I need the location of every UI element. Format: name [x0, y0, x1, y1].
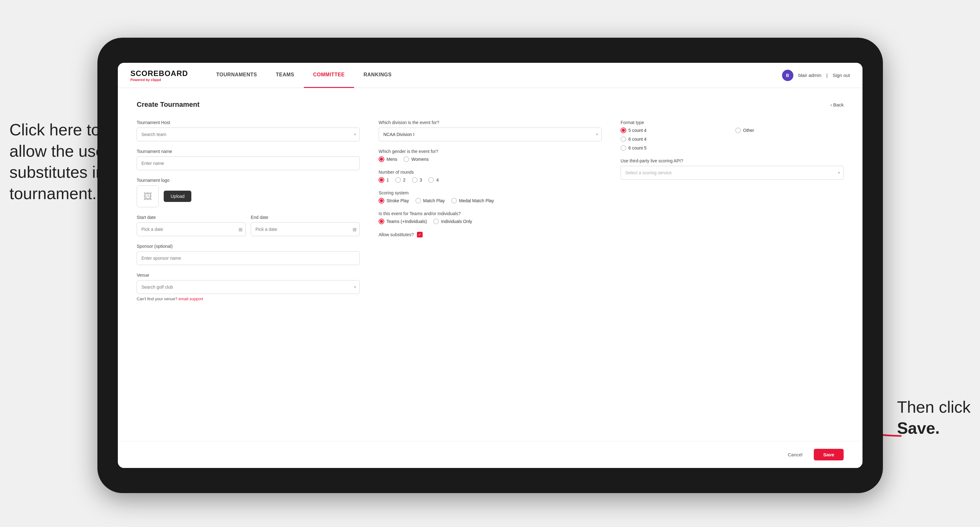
event-individuals[interactable]: Individuals Only	[433, 219, 472, 224]
substitutes-checkbox[interactable]: ✓	[417, 232, 423, 237]
annotation-right-line2: Save.	[897, 419, 940, 437]
start-date-wrapper: ▦	[137, 222, 246, 236]
gender-radio-group: Mens Womens	[379, 156, 602, 162]
page-title: Create Tournament	[137, 100, 199, 109]
cancel-button[interactable]: Cancel	[781, 449, 809, 460]
radio-stroke-indicator	[379, 198, 384, 203]
nav-username: blair admin	[799, 73, 821, 78]
venue-email-link[interactable]: email support	[178, 297, 203, 301]
format-options-grid: 5 count 4 Other 6 count 4	[620, 127, 844, 151]
radio-individuals-indicator	[433, 219, 439, 224]
substitutes-group: Allow substitutes? ✓	[379, 232, 602, 237]
rounds-4[interactable]: 4	[428, 177, 439, 183]
radio-teams-indicator	[379, 219, 384, 224]
start-date-group: Start date ▦	[137, 215, 246, 236]
sponsor-label: Sponsor (optional)	[137, 244, 360, 249]
form-col-1: Tournament Host ▾ Tournament name	[137, 120, 360, 309]
radio-womens-indicator	[403, 156, 409, 162]
sponsor-input[interactable]	[137, 251, 360, 265]
nav-tournaments[interactable]: TOURNAMENTS	[207, 63, 266, 88]
radio-5count4-indicator	[620, 127, 626, 133]
venue-group: Venue ▾ Can't find your venue? email sup…	[137, 273, 360, 301]
event-teams[interactable]: Teams (+Individuals)	[379, 219, 427, 224]
start-date-input[interactable]	[137, 222, 246, 236]
annotation-right: Then click Save.	[897, 397, 970, 439]
radio-match-indicator	[415, 198, 421, 203]
annotation-left-line4: tournament.	[10, 184, 97, 203]
division-wrapper: NCAA Division I ▾	[379, 127, 602, 141]
logo-scoreboard: SCOREBOARD	[130, 69, 188, 78]
scoring-group: Scoring system Stroke Play Match Play	[379, 190, 602, 203]
tournament-logo-label: Tournament logo	[137, 178, 360, 183]
tournament-logo-group: Tournament logo 🖼 Upload	[137, 178, 360, 207]
nav-signout[interactable]: Sign out	[833, 73, 850, 78]
substitutes-label: Allow substitutes?	[379, 232, 414, 237]
navbar: SCOREBOARD Powered by clippd TOURNAMENTS…	[118, 63, 862, 88]
scoring-api-wrapper: Select a scoring service ▾	[620, 166, 844, 179]
tournament-name-label: Tournament name	[137, 149, 360, 154]
annotation-left-line1: Click here to	[10, 121, 100, 139]
tournament-name-input[interactable]	[137, 156, 360, 170]
scoring-match[interactable]: Match Play	[415, 198, 445, 203]
logo-area: SCOREBOARD Powered by clippd	[130, 69, 188, 82]
scoring-api-group: Use third-party live scoring API? Select…	[620, 158, 844, 179]
form-col-3: Format type 5 count 4 Other	[620, 120, 844, 309]
division-group: Which division is the event for? NCAA Di…	[379, 120, 602, 141]
radio-6count5-indicator	[620, 145, 626, 151]
tablet-shell: SCOREBOARD Powered by clippd TOURNAMENTS…	[97, 38, 883, 493]
upload-button[interactable]: Upload	[164, 190, 191, 202]
radio-4-indicator	[428, 177, 434, 183]
rounds-3[interactable]: 3	[412, 177, 422, 183]
back-link[interactable]: ‹ Back	[830, 102, 844, 107]
nav-committee[interactable]: COMMITTEE	[304, 63, 355, 88]
format-other[interactable]: Other	[735, 127, 844, 133]
venue-wrapper: ▾	[137, 280, 360, 294]
save-button[interactable]: Save	[814, 449, 844, 460]
rounds-radio-group: 1 2 3	[379, 177, 602, 183]
tournament-host-wrapper: ▾	[137, 127, 360, 141]
sponsor-group: Sponsor (optional)	[137, 244, 360, 265]
date-row: Start date ▦ End date	[137, 215, 360, 236]
image-icon: 🖼	[143, 191, 152, 202]
rounds-1[interactable]: 1	[379, 177, 389, 183]
gender-group: Which gender is the event for? Mens Wome…	[379, 149, 602, 162]
venue-input[interactable]	[137, 280, 360, 294]
format-6count5[interactable]: 6 count 5	[620, 145, 729, 151]
format-6count4[interactable]: 6 count 4	[620, 136, 729, 142]
venue-support-text: Can't find your venue? email support	[137, 297, 360, 301]
content-inner: Create Tournament ‹ Back Tournament Host…	[118, 88, 862, 441]
nav-links: TOURNAMENTS TEAMS COMMITTEE RANKINGS	[207, 63, 782, 88]
radio-3-indicator	[412, 177, 418, 183]
end-date-input[interactable]	[251, 222, 360, 236]
gender-mens[interactable]: Mens	[379, 156, 397, 162]
tournament-name-group: Tournament name	[137, 149, 360, 170]
annotation-right-line1: Then click	[897, 398, 970, 416]
tournament-host-group: Tournament Host ▾	[137, 120, 360, 141]
scoring-api-select[interactable]: Select a scoring service	[620, 166, 844, 179]
format-label: Format type	[620, 120, 844, 125]
end-date-label: End date	[251, 215, 360, 220]
radio-medal-indicator	[451, 198, 457, 203]
rounds-label: Number of rounds	[379, 170, 602, 175]
scoring-radio-group: Stroke Play Match Play Medal Match Play	[379, 198, 602, 203]
venue-label: Venue	[137, 273, 360, 278]
gender-womens[interactable]: Womens	[403, 156, 429, 162]
page-header: Create Tournament ‹ Back	[137, 100, 844, 109]
date-group: Start date ▦ End date	[137, 215, 360, 236]
rounds-2[interactable]: 2	[395, 177, 406, 183]
nav-rankings[interactable]: RANKINGS	[354, 63, 401, 88]
logo-powered: Powered by clippd	[130, 78, 188, 82]
scoring-api-label: Use third-party live scoring API?	[620, 158, 844, 163]
scoring-medal-match[interactable]: Medal Match Play	[451, 198, 494, 203]
nav-teams[interactable]: TEAMS	[266, 63, 304, 88]
radio-other-indicator	[735, 127, 741, 133]
format-5count4[interactable]: 5 count 4	[620, 127, 729, 133]
scoring-stroke[interactable]: Stroke Play	[379, 198, 409, 203]
form-footer: Cancel Save	[118, 441, 862, 468]
start-date-label: Start date	[137, 215, 246, 220]
gender-label: Which gender is the event for?	[379, 149, 602, 154]
end-date-group: End date ▦	[251, 215, 360, 236]
division-select[interactable]: NCAA Division I	[379, 127, 602, 141]
tournament-host-input[interactable]	[137, 127, 360, 141]
division-label: Which division is the event for?	[379, 120, 602, 125]
